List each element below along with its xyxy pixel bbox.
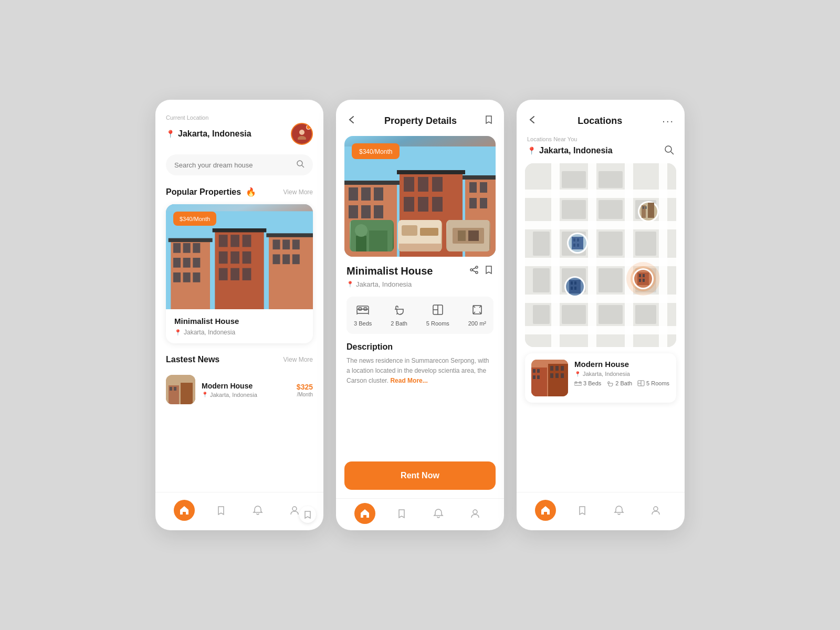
svg-rect-12 bbox=[173, 272, 181, 282]
location-text: 📍 Jakarta, Indonesia bbox=[166, 129, 251, 139]
detail-image: $340/Month bbox=[344, 136, 496, 257]
news-item[interactable]: Modern House 📍 Jakarta, Indonesia $325 /… bbox=[166, 371, 313, 408]
s3-search-icon[interactable] bbox=[664, 144, 674, 157]
svg-rect-19 bbox=[243, 235, 251, 247]
detail-bookmark-button[interactable] bbox=[484, 115, 494, 127]
s3-location-text: 📍 Jakarta, Indonesia bbox=[527, 146, 613, 155]
bookmark-detail-button[interactable] bbox=[484, 265, 494, 277]
nav-home[interactable] bbox=[174, 500, 195, 521]
svg-point-78 bbox=[476, 266, 478, 268]
svg-rect-24 bbox=[230, 268, 239, 280]
view-more-popular[interactable]: View More bbox=[284, 188, 313, 196]
svg-rect-118 bbox=[598, 305, 623, 324]
news-item-name: Modern House bbox=[202, 382, 290, 390]
avatar[interactable] bbox=[291, 123, 313, 145]
card-rooms-feature: 5 Rooms bbox=[637, 380, 669, 386]
location-label: Current Location bbox=[166, 114, 313, 121]
loc-nav-profile[interactable] bbox=[645, 500, 666, 521]
svg-rect-63 bbox=[463, 175, 496, 180]
svg-rect-21 bbox=[230, 251, 239, 264]
nav-bookmark[interactable] bbox=[211, 500, 232, 521]
detail-nav-profile[interactable] bbox=[465, 503, 486, 524]
detail-location: 📍 Jakarta, Indonesia bbox=[346, 280, 494, 288]
nav-bell-wrap bbox=[247, 500, 268, 521]
svg-rect-25 bbox=[243, 268, 251, 280]
thumbnail-3[interactable] bbox=[446, 220, 490, 251]
detail-actions bbox=[469, 265, 494, 277]
detail-nav-bell[interactable] bbox=[428, 503, 449, 524]
svg-rect-65 bbox=[356, 236, 366, 251]
loc-nav-home[interactable] bbox=[535, 500, 556, 521]
detail-name-row: Minimalist House bbox=[346, 265, 494, 277]
nav-bookmark-wrap bbox=[211, 500, 232, 521]
rent-now-button[interactable]: Rent Now bbox=[344, 461, 496, 490]
svg-rect-138 bbox=[571, 287, 573, 290]
search-input[interactable] bbox=[174, 161, 292, 169]
nav-bell[interactable] bbox=[247, 500, 268, 521]
feature-bath: 2 Bath bbox=[391, 304, 407, 327]
svg-rect-52 bbox=[418, 177, 428, 192]
map-view[interactable] bbox=[525, 163, 676, 347]
price-badge: $340/Month bbox=[173, 212, 216, 226]
svg-rect-132 bbox=[577, 244, 579, 247]
thumbnail-2[interactable] bbox=[398, 220, 442, 251]
svg-rect-123 bbox=[648, 203, 654, 218]
svg-rect-119 bbox=[635, 305, 656, 324]
bath-label: 2 Bath bbox=[391, 320, 407, 327]
nav-home-wrap bbox=[174, 500, 195, 521]
svg-rect-8 bbox=[193, 243, 200, 253]
property-image: $340/Month bbox=[166, 204, 313, 309]
avatar-dot bbox=[306, 125, 311, 130]
locations-back-button[interactable] bbox=[527, 114, 538, 128]
location-pin-icon: 📍 bbox=[174, 329, 182, 336]
share-button[interactable] bbox=[469, 265, 479, 277]
detail-city: Jakarta, Indonesia bbox=[356, 280, 412, 288]
thumbnail-1[interactable] bbox=[350, 220, 394, 251]
svg-rect-33 bbox=[292, 254, 300, 264]
loc-nav-bookmark[interactable] bbox=[572, 500, 593, 521]
news-section-header: Lastest News View More bbox=[166, 355, 313, 364]
svg-rect-46 bbox=[349, 205, 358, 218]
news-price: $325 /Month bbox=[297, 382, 313, 397]
svg-line-81 bbox=[472, 268, 476, 269]
svg-rect-129 bbox=[573, 238, 575, 242]
property-city: Jakarta, Indonesia bbox=[184, 329, 235, 336]
svg-rect-14 bbox=[193, 272, 200, 282]
svg-rect-70 bbox=[402, 225, 417, 236]
property-info: Minimalist House 📍 Jakarta, Indonesia bbox=[166, 309, 313, 343]
svg-rect-61 bbox=[469, 198, 477, 208]
features-row: 3 Beds 2 Bath bbox=[346, 297, 494, 334]
svg-rect-96 bbox=[525, 258, 676, 266]
detail-nav-home[interactable] bbox=[354, 503, 375, 524]
read-more-link[interactable]: Read More... bbox=[390, 377, 427, 384]
view-more-news[interactable]: View More bbox=[284, 356, 313, 363]
news-title: Lastest News bbox=[166, 355, 219, 364]
svg-rect-114 bbox=[598, 268, 623, 292]
price-unit: /Month bbox=[192, 216, 210, 222]
detail-header: Property Details bbox=[336, 100, 504, 136]
svg-rect-151 bbox=[533, 369, 536, 373]
detail-title: Property Details bbox=[384, 116, 457, 127]
search-bar[interactable] bbox=[166, 154, 313, 175]
svg-rect-98 bbox=[525, 326, 676, 334]
svg-rect-148 bbox=[643, 279, 645, 282]
card-city: Jakarta, Indonesia bbox=[583, 371, 630, 377]
location-card[interactable]: Modern House 📍 Jakarta, Indonesia 3 Beds bbox=[525, 353, 676, 403]
property-card[interactable]: $340/Month Minimalist House 📍 Jakarta, I… bbox=[166, 204, 313, 343]
svg-rect-55 bbox=[418, 197, 428, 212]
location-card-features: 3 Beds 2 Bath bbox=[574, 380, 670, 386]
svg-rect-53 bbox=[432, 177, 443, 192]
svg-rect-23 bbox=[219, 268, 228, 280]
screen-home: Current Location 📍 Jakarta, Indonesia bbox=[155, 100, 323, 530]
back-button[interactable] bbox=[346, 114, 357, 128]
svg-rect-39 bbox=[174, 387, 176, 391]
svg-rect-30 bbox=[292, 239, 300, 249]
svg-rect-62 bbox=[480, 198, 487, 208]
loc-nav-bell[interactable] bbox=[608, 500, 629, 521]
locations-near-you: Locations Near You 📍 Jakarta, Indonesia bbox=[517, 134, 685, 163]
detail-price-value: $340 bbox=[359, 148, 373, 155]
detail-nav-bookmark[interactable] bbox=[391, 503, 412, 524]
svg-rect-59 bbox=[469, 182, 477, 193]
svg-rect-110 bbox=[635, 232, 656, 256]
more-options-button[interactable]: ··· bbox=[662, 115, 674, 127]
